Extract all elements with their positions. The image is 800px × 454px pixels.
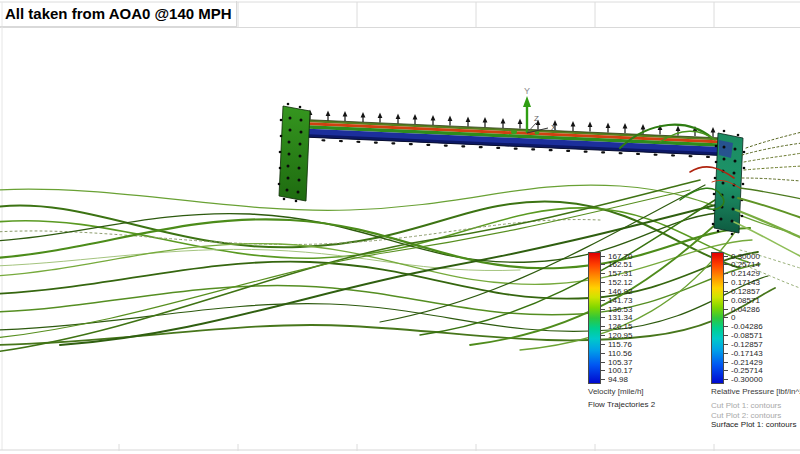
tick-mark xyxy=(601,335,605,336)
tick-value: -0.17143 xyxy=(731,349,763,358)
tick-value: 0.30000 xyxy=(731,252,760,261)
axis-label-y: Y xyxy=(524,86,530,96)
legend-tick: 0.08571 xyxy=(724,296,763,304)
cfd-viewport[interactable]: Y Z X xyxy=(0,0,800,454)
legend-tick: 0.25714 xyxy=(724,261,763,269)
legend-tick: 0.21429 xyxy=(724,270,763,278)
surface-plot-1-caption: Surface Plot 1: contours xyxy=(711,420,796,430)
legend-tick: 110.56 xyxy=(601,349,632,357)
tick-mark xyxy=(601,326,605,327)
legend-tick: 141.73 xyxy=(601,296,632,304)
tick-mark xyxy=(601,344,605,345)
pressure-colorbar xyxy=(711,252,724,384)
tick-value: 0.12857 xyxy=(731,287,760,296)
tick-value: 0.08571 xyxy=(731,296,760,305)
tick-mark xyxy=(601,291,605,292)
velocity-legend-label: Velocity [mile/h] xyxy=(588,387,644,396)
flow-trajectories-caption: Flow Trajectories 2 xyxy=(588,400,655,409)
legend-tick: 167.70 xyxy=(601,252,632,260)
tick-value: 94.98 xyxy=(608,375,628,384)
tick-mark xyxy=(724,326,728,327)
tick-mark xyxy=(724,256,728,257)
tick-value: -0.12857 xyxy=(731,340,763,349)
tick-value: -0.30000 xyxy=(731,375,763,384)
legend-tick: 120.95 xyxy=(601,332,632,340)
legend-tick: -0.17143 xyxy=(724,349,763,357)
axis-label-x: X xyxy=(551,123,557,132)
tick-mark xyxy=(601,264,605,265)
tick-value: 141.73 xyxy=(608,296,632,305)
tick-mark xyxy=(601,362,605,363)
tick-mark xyxy=(601,379,605,380)
tick-value: 146.92 xyxy=(608,287,632,296)
tick-value: 120.95 xyxy=(608,331,632,340)
legend-tick: 0.17143 xyxy=(724,279,763,287)
tick-mark xyxy=(724,309,728,310)
pressure-legend: 0.300000.257140.214290.171430.128570.085… xyxy=(711,252,800,396)
legend-tick: 162.51 xyxy=(601,261,632,269)
tick-value: 157.31 xyxy=(608,269,632,278)
tick-mark xyxy=(724,335,728,336)
tick-value: -0.25714 xyxy=(731,366,763,375)
tick-mark xyxy=(601,273,605,274)
axis-triad: Y Z X xyxy=(511,86,557,135)
tick-mark xyxy=(724,300,728,301)
legend-tick: 152.12 xyxy=(601,279,632,287)
legend-tick: 105.37 xyxy=(601,358,632,366)
velocity-ticks: 167.70162.51157.31152.12146.92141.73136.… xyxy=(601,252,632,384)
pressure-legend-label: Relative Pressure [lbf/in^2] xyxy=(711,387,800,396)
legend-tick: 136.53 xyxy=(601,305,632,313)
tick-mark xyxy=(724,282,728,283)
plot-captions: Cut Plot 1: contours Cut Plot 2: contour… xyxy=(711,401,796,430)
legend-tick: -0.21429 xyxy=(724,358,763,366)
tick-mark xyxy=(601,317,605,318)
axis-label-z: Z xyxy=(534,114,539,123)
cut-plot-1-caption: Cut Plot 1: contours xyxy=(711,401,796,411)
legend-tick: -0.30000 xyxy=(724,376,763,384)
tick-value: 131.34 xyxy=(608,313,632,322)
page-title: All taken from AOA0 @140 MPH xyxy=(0,1,237,27)
legend-tick: 115.76 xyxy=(601,340,632,348)
legend-tick: 157.31 xyxy=(601,270,632,278)
legend-tick: 131.34 xyxy=(601,314,632,322)
tick-value: 105.37 xyxy=(608,358,632,367)
flow-trajectories xyxy=(0,180,790,352)
tick-mark xyxy=(724,317,728,318)
legend-tick: 0.30000 xyxy=(724,252,763,260)
legend-tick: 94.98 xyxy=(601,376,632,384)
tick-mark xyxy=(724,362,728,363)
tick-mark xyxy=(724,264,728,265)
legend-tick: 100.17 xyxy=(601,367,632,375)
tick-mark xyxy=(724,379,728,380)
tick-mark xyxy=(601,282,605,283)
legend-tick: 0.04286 xyxy=(724,305,763,313)
tick-value: 0.21429 xyxy=(731,269,760,278)
tick-mark xyxy=(601,353,605,354)
tick-value: 110.56 xyxy=(608,349,632,358)
tick-value: 0.17143 xyxy=(731,278,760,287)
velocity-colorbar xyxy=(588,252,601,384)
tick-value: 115.76 xyxy=(608,340,632,349)
velocity-legend: 167.70162.51157.31152.12146.92141.73136.… xyxy=(588,252,644,396)
tick-value: 0.04286 xyxy=(731,305,760,314)
tick-mark xyxy=(601,370,605,371)
tick-value: 152.12 xyxy=(608,278,632,287)
tick-mark xyxy=(601,256,605,257)
legend-tick: -0.04286 xyxy=(724,323,763,331)
tick-value: 162.51 xyxy=(608,260,632,269)
wing-body xyxy=(303,120,722,158)
tick-value: -0.04286 xyxy=(731,322,763,331)
legend-tick: 0 xyxy=(724,314,763,322)
tick-mark xyxy=(724,353,728,354)
legend-tick: 146.92 xyxy=(601,287,632,295)
legend-tick: 126.15 xyxy=(601,323,632,331)
pressure-ticks: 0.300000.257140.214290.171430.128570.085… xyxy=(724,252,763,384)
tick-mark xyxy=(724,273,728,274)
tick-value: 167.70 xyxy=(608,252,632,261)
screenshot-root: Y Z X All taken from AOA0 @140 MPH 167.7… xyxy=(0,0,800,454)
tick-mark xyxy=(601,309,605,310)
tick-value: -0.21429 xyxy=(731,358,763,367)
legend-tick: -0.08571 xyxy=(724,332,763,340)
legend-tick: -0.12857 xyxy=(724,340,763,348)
tick-value: 126.15 xyxy=(608,322,632,331)
